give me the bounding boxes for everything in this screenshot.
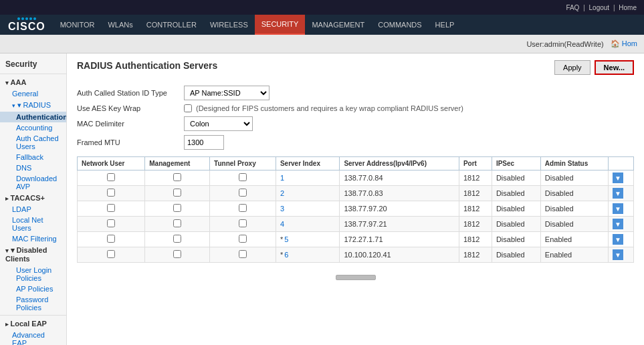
row-dropdown-button[interactable]: ▼ [613, 203, 623, 214]
cell-tunnel-proxy[interactable] [210, 247, 276, 263]
sidebar-item-password-policies[interactable]: Password Policies [0, 294, 66, 313]
mac-delimiter-select[interactable]: Colon Hyphen Single-Hyphen None [184, 116, 253, 131]
sidebar-item-advanced-eap[interactable]: Advanced EAP [0, 330, 66, 345]
nav-monitor[interactable]: MONITOR [53, 15, 102, 35]
cell-dropdown[interactable]: ▼ [609, 186, 634, 201]
server-index-link[interactable]: 6 [284, 251, 288, 259]
nav-help[interactable]: HELP [429, 15, 461, 35]
cell-port: 1812 [459, 247, 492, 263]
cell-network-user[interactable] [78, 247, 145, 263]
cell-dropdown[interactable]: ▼ [609, 170, 634, 186]
cell-management[interactable] [145, 247, 210, 263]
row-dropdown-button[interactable]: ▼ [613, 249, 623, 260]
cell-admin-status: Disabled [540, 170, 608, 186]
sidebar-group-disabled-clients[interactable]: ▾ Disabled Clients [0, 244, 66, 265]
sidebar-item-general[interactable]: General [0, 88, 66, 99]
sidebar-item-ap-policies[interactable]: AP Policies [0, 283, 66, 294]
sidebar-item-fallback[interactable]: Fallback [0, 152, 66, 162]
cell-tunnel-proxy[interactable] [210, 201, 276, 217]
sidebar-item-accounting[interactable]: Accounting [0, 122, 66, 133]
sidebar-group-tacacs[interactable]: TACACS+ [0, 192, 66, 204]
sidebar-item-local-net-users[interactable]: Local Net Users [0, 215, 66, 233]
checkbox-network-user[interactable] [107, 189, 115, 197]
sidebar-item-authentication[interactable]: Authentication [0, 112, 66, 122]
cell-network-user[interactable] [78, 201, 145, 217]
checkbox-tunnel-proxy[interactable] [239, 173, 247, 181]
horizontal-scrollbar[interactable] [336, 275, 376, 280]
checkbox-network-user[interactable] [107, 219, 115, 227]
sidebar-group-aaa[interactable]: AAA [0, 76, 66, 88]
table-body: 1 138.77.0.84 1812 Disabled Disabled ▼ 2… [78, 170, 634, 263]
cell-management[interactable] [145, 186, 210, 201]
server-index-link[interactable]: 2 [280, 189, 284, 197]
cell-tunnel-proxy[interactable] [210, 186, 276, 201]
checkbox-tunnel-proxy[interactable] [239, 204, 247, 212]
nav-controller[interactable]: CONTROLLER [140, 15, 203, 35]
cell-dropdown[interactable]: ▼ [609, 232, 634, 247]
nav-wireless[interactable]: WIRELESS [203, 15, 255, 35]
cell-tunnel-proxy[interactable] [210, 170, 276, 186]
server-index-link[interactable]: 4 [280, 220, 284, 228]
auth-called-control: AP Name:SSID IP Addr System MAC Addr AP … [184, 86, 270, 100]
logout-link[interactable]: Logout [589, 4, 610, 11]
nav-management[interactable]: MANAGEMENT [305, 15, 371, 35]
sidebar-item-auth-cached-users[interactable]: Auth Cached Users [0, 133, 66, 152]
cell-network-user[interactable] [78, 232, 145, 247]
row-dropdown-button[interactable]: ▼ [613, 188, 623, 199]
checkbox-tunnel-proxy[interactable] [239, 189, 247, 197]
row-dropdown-button[interactable]: ▼ [613, 172, 623, 183]
aes-checkbox[interactable] [184, 104, 192, 112]
checkbox-management[interactable] [173, 219, 181, 227]
checkbox-network-user[interactable] [107, 173, 115, 181]
cell-network-user[interactable] [78, 170, 145, 186]
checkbox-network-user[interactable] [107, 235, 115, 243]
sidebar-item-dns[interactable]: DNS [0, 162, 66, 173]
server-index-link[interactable]: 1 [280, 174, 284, 182]
cell-management[interactable] [145, 232, 210, 247]
nav-commands[interactable]: COMMANDS [371, 15, 428, 35]
checkbox-tunnel-proxy[interactable] [239, 250, 247, 258]
top-bar: FAQ | Logout | Home [0, 0, 644, 15]
cell-management[interactable] [145, 201, 210, 217]
sidebar-item-user-login-policies[interactable]: User Login Policies [0, 265, 66, 283]
cell-tunnel-proxy[interactable] [210, 217, 276, 232]
cell-management[interactable] [145, 170, 210, 186]
checkbox-tunnel-proxy[interactable] [239, 235, 247, 243]
sidebar-group-local-eap[interactable]: Local EAP [0, 318, 66, 330]
framed-mtu-input[interactable] [184, 135, 224, 150]
checkbox-management[interactable] [173, 250, 181, 258]
sidebar-item-ldap[interactable]: LDAP [0, 204, 66, 215]
cell-dropdown[interactable]: ▼ [609, 217, 634, 232]
cell-ipsec: Disabled [492, 247, 540, 263]
cell-dropdown[interactable]: ▼ [609, 201, 634, 217]
home-nav-link[interactable]: 🏠 Hom [611, 39, 637, 48]
cell-network-user[interactable] [78, 186, 145, 201]
sidebar-item-mac-filtering[interactable]: MAC Filtering [0, 233, 66, 244]
checkbox-network-user[interactable] [107, 250, 115, 258]
nav-security[interactable]: SECURITY [255, 15, 306, 35]
checkbox-tunnel-proxy[interactable] [239, 219, 247, 227]
faq-link[interactable]: FAQ [566, 4, 579, 11]
sidebar-item-downloaded-avp[interactable]: Downloaded AVP [0, 173, 66, 192]
server-index-link[interactable]: 5 [284, 235, 288, 243]
cell-management[interactable] [145, 217, 210, 232]
auth-called-select[interactable]: AP Name:SSID IP Addr System MAC Addr AP … [184, 86, 270, 100]
checkbox-network-user[interactable] [107, 204, 115, 212]
checkbox-management[interactable] [173, 189, 181, 197]
row-dropdown-button[interactable]: ▼ [613, 219, 623, 229]
new-button[interactable]: New... [595, 60, 634, 75]
checkbox-management[interactable] [173, 204, 181, 212]
table-row: *5 172.27.1.71 1812 Disabled Enabled ▼ [78, 232, 634, 247]
apply-button[interactable]: Apply [554, 60, 591, 75]
server-index-link[interactable]: 3 [280, 205, 284, 213]
cell-dropdown[interactable]: ▼ [609, 247, 634, 263]
sidebar-item-radius[interactable]: ▾ RADIUS [0, 99, 66, 112]
cell-network-user[interactable] [78, 217, 145, 232]
checkbox-management[interactable] [173, 173, 181, 181]
row-dropdown-button[interactable]: ▼ [613, 234, 623, 245]
home-link-top[interactable]: Home [619, 4, 637, 11]
star-indicator: * [280, 251, 283, 259]
nav-wlans[interactable]: WLANs [101, 15, 139, 35]
cell-tunnel-proxy[interactable] [210, 232, 276, 247]
checkbox-management[interactable] [173, 235, 181, 243]
